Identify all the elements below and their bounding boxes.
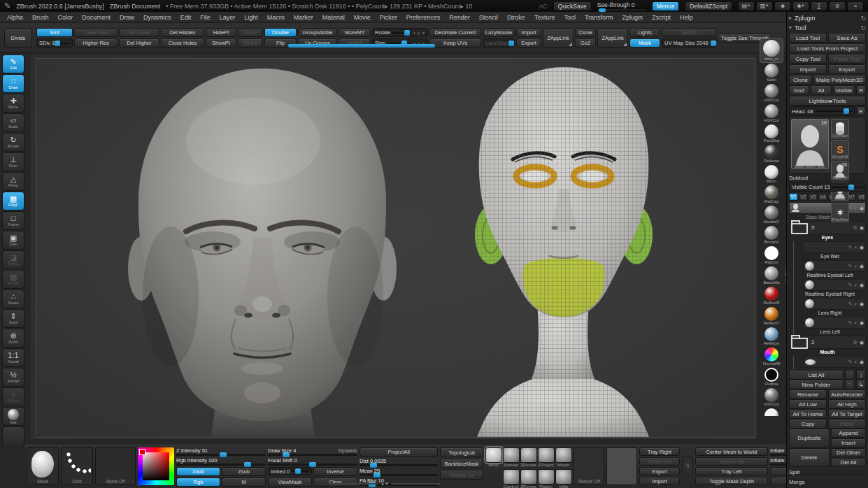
button-x-delete[interactable]: Delete bbox=[789, 448, 830, 467]
material-x-outline[interactable]: Outline bbox=[760, 367, 783, 387]
slider-track[interactable] bbox=[292, 471, 309, 472]
tool-x-scrol[interactable]: ⇕Scrol bbox=[2, 309, 24, 328]
slider-knob[interactable] bbox=[220, 452, 227, 457]
slider-track[interactable] bbox=[509, 43, 515, 44]
tool-thumb-x-simpleb[interactable]: SSimpleB bbox=[831, 140, 849, 159]
polypaint-icon[interactable]: ◐ bbox=[855, 264, 858, 269]
button-x-del-lower[interactable]: Del Lower bbox=[119, 28, 159, 37]
pencil-icon[interactable]: ✎ bbox=[848, 264, 853, 269]
color-picker[interactable] bbox=[138, 447, 174, 485]
button-x-hidept[interactable]: HidePt bbox=[206, 28, 236, 37]
button-x-load-tools-from-project[interactable]: Load Tools From Project bbox=[789, 43, 866, 53]
menu-x-render[interactable]: Render bbox=[449, 14, 470, 21]
eye-icon[interactable]: ◉ bbox=[860, 225, 864, 231]
eye-icon[interactable]: ◉ bbox=[860, 359, 864, 365]
polypaint-icon[interactable]: ◐ bbox=[855, 282, 858, 288]
button-x-inverse[interactable]: Inverse bbox=[313, 467, 357, 476]
tool-thumb-x-base-m[interactable]: 10Base M bbox=[831, 161, 849, 180]
polypaint-icon[interactable]: ◐ bbox=[855, 245, 858, 250]
sculpt-head[interactable] bbox=[128, 69, 397, 437]
button-x-[interactable]: ↳ bbox=[856, 380, 866, 389]
titlebar-icon-button[interactable]: ∑ bbox=[811, 1, 827, 11]
button-x-grow[interactable]: Grow bbox=[238, 28, 263, 37]
tool-x-draw[interactable]: ∷Draw bbox=[2, 74, 24, 93]
button-x-duplicate[interactable]: Duplicate bbox=[789, 429, 830, 447]
button-x-texture-on[interactable]: Texture On bbox=[695, 457, 768, 466]
menu-x-edit[interactable]: Edit bbox=[180, 14, 192, 21]
button-x-shrink[interactable]: Shrink bbox=[238, 38, 263, 48]
brush-x-inflat[interactable]: Inflat bbox=[555, 469, 571, 488]
polypaint-icon[interactable]: ◐ bbox=[855, 359, 858, 365]
material-x-normalm[interactable]: NormalM bbox=[760, 347, 783, 367]
xyz-axis-flags[interactable]: x y z bbox=[413, 31, 425, 35]
button-x-list-all[interactable]: List All bbox=[789, 370, 844, 380]
menu-x-movie[interactable]: Movie bbox=[354, 14, 371, 21]
button-x-smt[interactable]: Smt bbox=[36, 28, 73, 37]
document-canvas[interactable] bbox=[31, 55, 757, 439]
defaultzscript-button[interactable]: DefaultZScript bbox=[685, 1, 732, 11]
menu-x-zscript[interactable]: Zscript bbox=[652, 14, 671, 21]
button-x-zapplink[interactable]: ZAppLink bbox=[597, 28, 628, 48]
menu-x-texture[interactable]: Texture bbox=[534, 14, 555, 21]
subtool-item-x-lens-left[interactable]: ✎◐◉ bbox=[803, 317, 866, 329]
button-x-autoreorder[interactable]: AutoReorder bbox=[828, 389, 866, 399]
menu-x-preferences[interactable]: Preferences bbox=[406, 14, 441, 21]
menu-x-transform[interactable]: Transform bbox=[585, 14, 613, 21]
pencil-icon[interactable]: ✎ bbox=[848, 245, 853, 250]
stroke-thumbnail[interactable]: Dots bbox=[61, 447, 93, 485]
menu-x-light[interactable]: Light bbox=[244, 14, 258, 21]
canvas-3d-view[interactable] bbox=[36, 59, 755, 437]
material-x-basicma[interactable]: BasicMa bbox=[760, 266, 783, 286]
button-x-close-holes[interactable]: Close Holes bbox=[161, 38, 204, 48]
material-x-hsvcol[interactable]: HSVCol bbox=[760, 103, 783, 124]
button-x-export[interactable]: Export bbox=[516, 38, 541, 48]
slider-x-uv-map-size-2048[interactable]: UV Map Size 2048 bbox=[662, 38, 716, 48]
slider-knob[interactable] bbox=[370, 463, 377, 468]
slider-x-head-48[interactable]: Head. 48 bbox=[789, 106, 855, 116]
slider-x-dist-0-0035[interactable]: Dist 0.0035 bbox=[360, 458, 438, 466]
button-x-rgb[interactable]: Rgb bbox=[176, 478, 220, 487]
button-x-del-other[interactable]: Del Other bbox=[831, 448, 866, 457]
tool-x-scale[interactable]: ▱Scale bbox=[2, 113, 24, 132]
divider-arrows-icon[interactable]: ▲▼ bbox=[380, 481, 389, 487]
button-x-all-low[interactable]: All Low bbox=[789, 399, 827, 409]
see-through-track[interactable] bbox=[597, 9, 646, 11]
tab-x-v1[interactable]: V1 bbox=[789, 193, 798, 201]
slider-track[interactable] bbox=[176, 454, 266, 456]
slider-x-visible-count-13[interactable]: Visible Count 13 bbox=[789, 182, 866, 192]
slider-track[interactable] bbox=[268, 454, 357, 456]
slider-knob[interactable] bbox=[844, 108, 849, 114]
button-x-del-all[interactable]: Del All bbox=[831, 458, 866, 467]
slider-x-focal-shift-0[interactable]: Focal Shift 0 bbox=[268, 457, 357, 466]
material-x-satin[interactable]: Satin bbox=[760, 63, 783, 83]
button-x-tray-left[interactable]: Tray Left bbox=[695, 467, 768, 475]
slider-knob[interactable] bbox=[848, 185, 854, 190]
button-x-import[interactable]: Import bbox=[639, 477, 680, 485]
refresh-icon[interactable]: ↻ bbox=[860, 24, 866, 31]
slider-track[interactable] bbox=[360, 474, 438, 476]
button-x-all-high[interactable]: All High bbox=[828, 399, 866, 409]
brush-x-claybuil[interactable]: Claybuil bbox=[503, 469, 519, 488]
texture-thumbnail[interactable]: Texture Off bbox=[574, 447, 604, 485]
menu-x-alpha[interactable]: Alpha bbox=[7, 14, 23, 21]
button-x-lightbox-tools[interactable]: Lightbox▸Tools bbox=[789, 96, 866, 106]
menu-x-dynamics[interactable]: Dynamics bbox=[143, 14, 171, 21]
button-x-showpt[interactable]: ShowPt bbox=[206, 38, 236, 48]
tool-x-transp[interactable]: ◪Transp bbox=[2, 250, 24, 269]
menus-toggle[interactable]: Menus bbox=[652, 1, 680, 11]
button-x-del-higher[interactable]: Del Higher bbox=[119, 38, 159, 48]
material-x-reflecte[interactable]: Reflecte bbox=[760, 326, 783, 347]
brush-x-standar[interactable]: Standar bbox=[503, 447, 519, 468]
button-x-clone[interactable]: Clone bbox=[789, 75, 812, 85]
tool-x-edit[interactable]: ✎Edit bbox=[2, 55, 24, 73]
subtool-item-x-realtime-eyeball-right[interactable]: ✎◐◉ bbox=[803, 279, 866, 291]
button-x-all-to-home[interactable]: All To Home bbox=[789, 409, 827, 419]
slider-x-mean-25[interactable]: Mean 25 bbox=[360, 468, 438, 476]
slider-x-imbed-0[interactable]: Imbed 0 bbox=[268, 467, 312, 475]
titlebar-icon-button[interactable]: ▤‣ bbox=[738, 1, 755, 11]
tool-x-move[interactable]: ✚Move bbox=[2, 94, 24, 113]
section-x-merge[interactable]: Merge bbox=[789, 478, 866, 487]
slider-x-lazystep[interactable]: LazyStep bbox=[483, 38, 515, 48]
see-through-slider[interactable]: See-through 0 bbox=[597, 1, 646, 11]
menu-x-stencil[interactable]: Stencil bbox=[479, 14, 498, 21]
